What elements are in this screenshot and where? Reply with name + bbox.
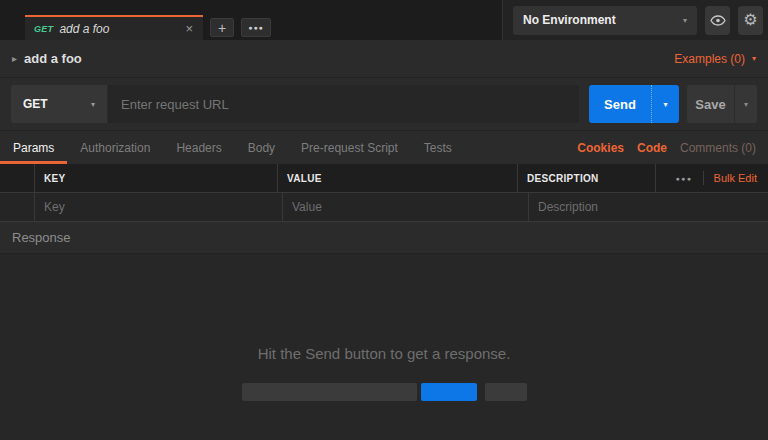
code-link[interactable]: Code — [637, 141, 667, 155]
top-bar: GET add a foo × + ●●● No Environment ▾ ⚙ — [0, 0, 768, 40]
tab-title: add a foo — [59, 22, 184, 36]
environment-selected-label: No Environment — [523, 13, 616, 27]
chevron-down-icon: ▾ — [752, 54, 756, 63]
method-selected-label: GET — [23, 97, 48, 111]
settings-button[interactable]: ⚙ — [738, 6, 763, 35]
close-tab-icon[interactable]: × — [184, 22, 194, 35]
save-button-group: Save ▾ — [687, 85, 757, 123]
url-input[interactable] — [108, 85, 579, 123]
chevron-down-icon: ▾ — [663, 100, 667, 109]
row-select-cell[interactable] — [0, 193, 35, 221]
request-name-row: ▸ add a foo Examples (0) ▾ — [0, 40, 768, 78]
column-header-description: DESCRIPTION — [518, 164, 656, 192]
send-button[interactable]: Send — [589, 85, 651, 123]
eye-icon — [710, 15, 726, 26]
tab-method-badge: GET — [34, 24, 53, 34]
bulk-edit-link[interactable]: Bulk Edit — [714, 172, 757, 184]
gear-icon: ⚙ — [743, 12, 757, 28]
tab-tests[interactable]: Tests — [411, 131, 465, 164]
column-options-icon[interactable]: ●●● — [675, 175, 692, 182]
tab-headers[interactable]: Headers — [163, 131, 234, 164]
ellipsis-icon: ●●● — [248, 24, 264, 31]
tab-body[interactable]: Body — [235, 131, 288, 164]
column-header-key: KEY — [35, 164, 278, 192]
request-subtabs-row: Params Authorization Headers Body Pre-re… — [0, 131, 768, 164]
description-cell-input[interactable]: Description — [529, 193, 768, 221]
chevron-down-icon: ▾ — [744, 100, 748, 109]
skeleton-save-button — [485, 383, 527, 401]
cookies-link[interactable]: Cookies — [577, 141, 624, 155]
skeleton-url-bar — [242, 383, 417, 401]
tab-authorization[interactable]: Authorization — [67, 131, 163, 164]
new-tab-button[interactable]: + — [210, 18, 234, 37]
table-header-actions: ●●● Bulk Edit — [656, 164, 768, 192]
send-options-button[interactable]: ▾ — [651, 85, 679, 123]
empty-response-message: Hit the Send button to get a response. — [258, 345, 511, 362]
empty-response-illustration — [242, 383, 527, 401]
environment-quick-look-button[interactable] — [705, 6, 730, 35]
request-builder-row: GET ▾ Send ▾ Save ▾ — [0, 78, 768, 131]
environment-area: No Environment ▾ ⚙ — [503, 0, 768, 40]
column-header-value: VALUE — [278, 164, 518, 192]
collapse-caret-icon[interactable]: ▸ — [12, 53, 17, 64]
subtabs-links: Cookies Code Comments (0) — [577, 131, 768, 164]
plus-icon: + — [218, 20, 226, 36]
examples-dropdown[interactable]: Examples (0) ▾ — [674, 52, 756, 66]
value-cell-input[interactable]: Value — [283, 193, 529, 221]
params-table-row: Key Value Description — [0, 193, 768, 222]
row-select-column-header — [0, 164, 35, 192]
response-empty-state: Hit the Send button to get a response. — [0, 254, 768, 440]
http-method-selector[interactable]: GET ▾ — [11, 85, 108, 123]
environment-selector[interactable]: No Environment ▾ — [513, 6, 697, 35]
response-section-header[interactable]: Response — [0, 222, 768, 254]
request-name: add a foo — [24, 51, 82, 66]
examples-label: Examples (0) — [674, 52, 745, 66]
request-tab-strip: GET add a foo × + ●●● — [0, 0, 503, 40]
skeleton-send-button — [421, 383, 477, 401]
chevron-down-icon: ▾ — [91, 100, 95, 109]
send-button-group: Send ▾ — [589, 85, 679, 123]
save-button[interactable]: Save — [687, 85, 734, 123]
tab-pre-request-script[interactable]: Pre-request Script — [288, 131, 411, 164]
response-title: Response — [12, 230, 71, 245]
chevron-down-icon: ▾ — [683, 16, 687, 25]
params-table-header: KEY VALUE DESCRIPTION ●●● Bulk Edit — [0, 164, 768, 193]
spacer — [465, 131, 577, 164]
divider — [703, 171, 704, 185]
request-tab[interactable]: GET add a foo × — [25, 15, 203, 40]
comments-link[interactable]: Comments (0) — [680, 141, 756, 155]
key-cell-input[interactable]: Key — [35, 193, 283, 221]
tab-options-button[interactable]: ●●● — [241, 18, 271, 37]
tab-params[interactable]: Params — [0, 131, 67, 164]
save-options-button[interactable]: ▾ — [734, 85, 757, 123]
